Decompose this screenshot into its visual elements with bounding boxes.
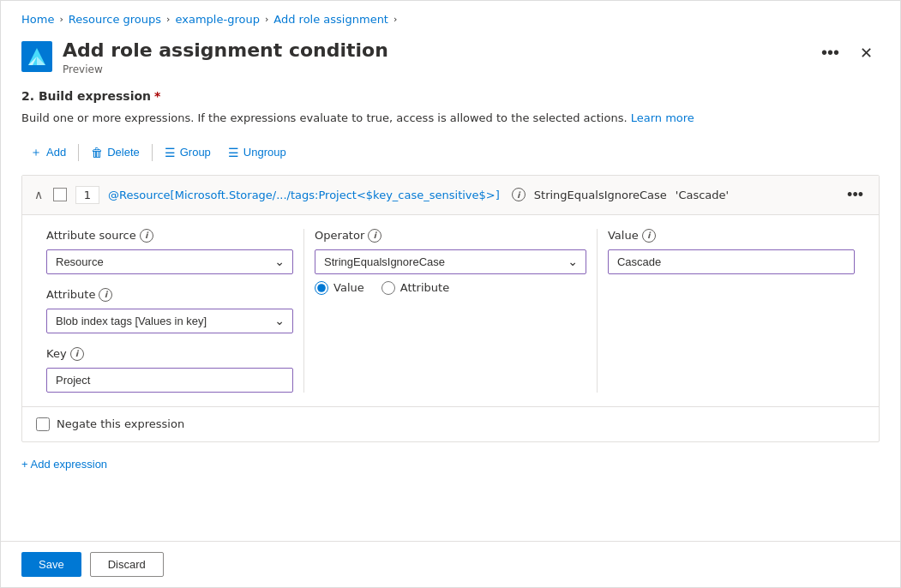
app-icon	[21, 41, 52, 72]
preview-badge: Preview	[63, 63, 388, 75]
radio-value-input[interactable]	[315, 281, 328, 295]
operator-wrapper: StringEqualsIgnoreCase StringEquals Stri…	[315, 249, 586, 274]
operator-info-icon: i	[368, 229, 381, 243]
negate-label: Negate this expression	[57, 417, 184, 430]
modal-header: Add role assignment condition Preview ••…	[1, 33, 900, 75]
save-button[interactable]: Save	[21, 552, 81, 577]
group-icon: ☰	[165, 146, 176, 159]
expression-number: 1	[75, 186, 99, 204]
breadcrumb-resource-groups[interactable]: Resource groups	[69, 13, 161, 26]
delete-icon: 🗑	[91, 146, 103, 159]
resource-tag-info-icon: i	[512, 188, 526, 201]
radio-attribute-input[interactable]	[381, 281, 395, 295]
discard-button[interactable]: Discard	[90, 552, 164, 577]
attribute-source-column: Attribute source i Resource Environment …	[36, 229, 304, 393]
value-input[interactable]	[608, 249, 855, 274]
operator-column: Operator i StringEqualsIgnoreCase String…	[304, 229, 598, 393]
required-indicator: *	[154, 89, 160, 103]
attribute-select[interactable]: Blob index tags [Values in key] Blob ind…	[46, 309, 293, 333]
attribute-label: Attribute i	[46, 288, 293, 302]
breadcrumb-home[interactable]: Home	[21, 13, 54, 26]
ungroup-label: Ungroup	[243, 146, 286, 159]
value-column: Value i	[598, 229, 865, 393]
add-expression-row: + Add expression	[1, 442, 900, 486]
expression-value-label: 'Cascade'	[676, 189, 729, 201]
add-expression-label: + Add expression	[21, 458, 107, 471]
expression-operator-label: StringEqualsIgnoreCase	[534, 189, 667, 201]
more-options-button[interactable]: •••	[814, 39, 846, 66]
collapse-button[interactable]: ∧	[33, 186, 45, 203]
key-label: Key i	[46, 347, 293, 361]
add-button[interactable]: ＋ Add	[21, 141, 75, 165]
modal-footer: Save Discard	[1, 541, 900, 587]
key-input[interactable]	[46, 368, 293, 393]
value-info-icon: i	[642, 229, 656, 243]
add-label: Add	[46, 146, 66, 159]
modal-title: Add role assignment condition	[63, 39, 388, 62]
close-button[interactable]: ✕	[853, 40, 880, 66]
attribute-info-icon: i	[99, 288, 112, 302]
section-description: Build one or more expressions. If the ex…	[1, 106, 900, 137]
expression-container: ∧ 1 @Resource[Microsoft.Storage/.../tags…	[21, 175, 880, 442]
breadcrumb: Home › Resource groups › example-group ›…	[1, 1, 900, 33]
attribute-source-label: Attribute source i	[46, 229, 293, 243]
delete-label: Delete	[107, 146, 140, 159]
ungroup-button[interactable]: ☰ Ungroup	[219, 141, 295, 164]
section-label: 2. Build expression *	[1, 75, 900, 106]
key-info-icon: i	[70, 347, 84, 361]
radio-value-label[interactable]: Value	[315, 281, 364, 295]
learn-more-link[interactable]: Learn more	[631, 111, 694, 124]
resource-tag[interactable]: @Resource[Microsoft.Storage/.../tags:Pro…	[108, 189, 500, 201]
negate-checkbox[interactable]	[36, 417, 50, 431]
expression-body: Attribute source i Resource Environment …	[22, 215, 879, 406]
radio-attribute-label[interactable]: Attribute	[381, 281, 449, 295]
breadcrumb-example-group[interactable]: example-group	[175, 13, 259, 26]
breadcrumb-add-role[interactable]: Add role assignment	[273, 13, 388, 26]
expression-more-button[interactable]: •••	[842, 184, 868, 206]
expression-header: ∧ 1 @Resource[Microsoft.Storage/.../tags…	[22, 176, 879, 215]
toolbar-divider-1	[78, 144, 79, 161]
value-type-radio-group: Value Attribute	[315, 281, 586, 295]
operator-label: Operator i	[315, 229, 586, 243]
ungroup-icon: ☰	[228, 146, 239, 159]
attribute-source-wrapper: Resource Environment Principal Request	[46, 249, 293, 274]
value-field-label: Value i	[608, 229, 855, 243]
delete-button[interactable]: 🗑 Delete	[82, 141, 148, 164]
group-button[interactable]: ☰ Group	[156, 141, 219, 164]
attribute-wrapper: Blob index tags [Values in key] Blob ind…	[46, 309, 293, 333]
group-label: Group	[180, 146, 211, 159]
add-expression-button[interactable]: + Add expression	[21, 454, 107, 474]
attribute-source-select[interactable]: Resource Environment Principal Request	[46, 249, 293, 274]
toolbar-divider-2	[152, 144, 153, 161]
negate-row: Negate this expression	[22, 406, 879, 441]
attribute-source-info-icon: i	[140, 229, 153, 243]
expression-toolbar: ＋ Add 🗑 Delete ☰ Group ☰ Ungroup	[1, 137, 900, 175]
operator-select[interactable]: StringEqualsIgnoreCase StringEquals Stri…	[315, 249, 586, 274]
add-icon: ＋	[30, 145, 42, 160]
expression-checkbox[interactable]	[53, 188, 67, 201]
